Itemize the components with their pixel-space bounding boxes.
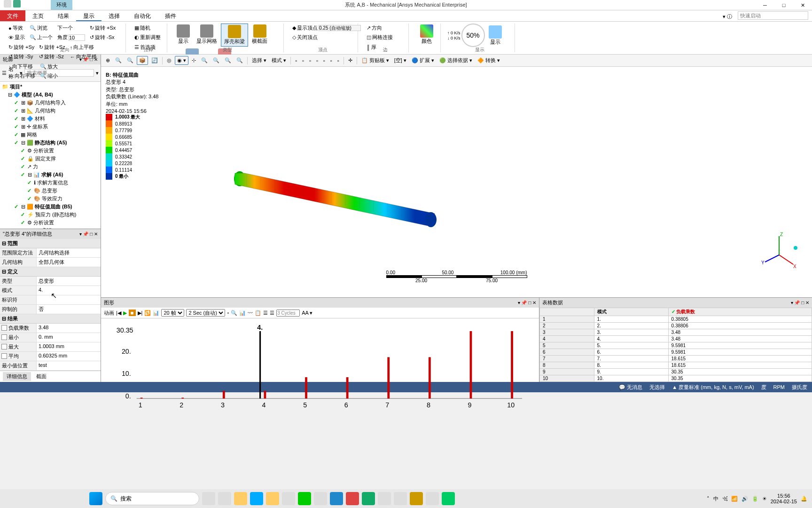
tree-geom[interactable]: ⊞📐 几何结构	[1, 107, 100, 115]
table-row[interactable]: 1010.30.35	[540, 375, 812, 382]
task-explorer-icon[interactable]	[234, 492, 247, 505]
task-app9[interactable]	[378, 492, 391, 505]
vp-edge-icon[interactable]: ▫	[300, 57, 306, 64]
direction-button[interactable]: ↗ 方向	[365, 24, 395, 32]
close-button[interactable]: ✕	[793, 0, 812, 10]
chart-bar[interactable]	[346, 377, 349, 398]
triad-icon[interactable]: Z X Y	[760, 231, 798, 269]
minimize-button[interactable]: ─	[756, 0, 774, 10]
tree-prestress[interactable]: ⚡ 预应力 (静态结构)	[1, 211, 100, 219]
pan-left-button[interactable]: ← 向左平移	[68, 52, 99, 61]
table-controls[interactable]: ▾ 📌 □ ✕	[791, 300, 809, 305]
vp-coord-icon[interactable]: ✛	[346, 56, 354, 64]
bar-chart[interactable]: 30.35 20. 10. 0. 4. 12345678910	[101, 318, 539, 419]
pan-down-button[interactable]: ↓ 向下平移	[7, 62, 37, 71]
tray-wifi-icon[interactable]: 📶	[731, 496, 738, 502]
tree-solution-a6[interactable]: ⊟📊 求解 (A6)	[1, 171, 100, 179]
col-mode[interactable]: 模式	[594, 308, 668, 316]
geometry-value[interactable]: 全部几何体	[37, 258, 101, 267]
tree-analysis-settings[interactable]: ⚙ 分析设置	[1, 147, 100, 155]
chart-bar[interactable]	[470, 331, 472, 398]
vp-rotate-icon[interactable]: 🔄	[149, 56, 160, 64]
chart-bar[interactable]	[223, 391, 225, 398]
chart-bar[interactable]	[141, 397, 143, 398]
display-button[interactable]: 显示	[486, 24, 505, 47]
task-ppt-icon[interactable]	[346, 492, 359, 505]
scoping-method-value[interactable]: 几何结构选择	[37, 248, 101, 257]
tray-lang[interactable]: ꧁	[722, 496, 727, 501]
zoom-indicator[interactable]: 50%	[461, 24, 485, 47]
tree-fixed-support[interactable]: 🔒 固定支撑	[1, 155, 100, 163]
tab-automation[interactable]: 自动化	[127, 10, 158, 21]
vp-select-by-btn[interactable]: 🟢 选择依据 ▾	[437, 56, 474, 65]
tree-coord[interactable]: ⊞✛ 坐标系	[1, 123, 100, 131]
table-row[interactable]: 99.30.35	[540, 369, 812, 375]
tree-eigen[interactable]: ⊟🟧 特征值屈曲 (B5)	[1, 203, 100, 211]
chart-bar[interactable]	[305, 377, 307, 398]
min-loc-value[interactable]: test	[37, 361, 101, 370]
save-icon[interactable]	[13, 0, 21, 8]
graph-tool-5[interactable]: 📋	[255, 310, 261, 316]
chart-bar[interactable]	[511, 331, 513, 398]
table-row[interactable]: 66.9.5981	[540, 349, 812, 356]
cycles-input[interactable]	[276, 310, 300, 317]
table-row[interactable]: 55.9.5981	[540, 342, 812, 349]
font-size-icon[interactable]: AA ▾	[302, 310, 312, 316]
vp-zoom-icon-2[interactable]: 🔍	[125, 56, 135, 64]
anim-last-icon[interactable]: ▶|	[138, 310, 143, 316]
rescale-button[interactable]: ◐ 重新调整	[133, 33, 163, 42]
table-row[interactable]: 88.18.615	[540, 362, 812, 369]
chart-bar[interactable]	[181, 397, 184, 398]
chart-bar[interactable]	[387, 357, 390, 398]
tree-geom-import[interactable]: ⊞📦 几何结构导入	[1, 99, 100, 107]
zoom-out-button[interactable]: 🔍 缩小	[38, 71, 60, 80]
frames-select[interactable]: 20 帧	[161, 309, 184, 317]
vp-zfit4[interactable]: 🔍	[234, 56, 245, 64]
type-value[interactable]: 总变形	[37, 277, 101, 286]
status-nomsg[interactable]: 💬 无消息	[619, 384, 642, 391]
vp-select-mode[interactable]: 选择 ▾	[250, 56, 268, 65]
identifier-value[interactable]	[37, 295, 101, 304]
chart-bar[interactable]	[429, 357, 431, 398]
tab-display[interactable]: 显示	[76, 10, 102, 21]
taskbar-search[interactable]: 🔍 搜索	[105, 492, 199, 505]
graph-tool-4[interactable]: 〰	[248, 310, 253, 316]
thick-button[interactable]: ║ 厚	[365, 43, 378, 52]
anim-first-icon[interactable]: |◀	[116, 310, 121, 316]
table-row[interactable]: 44.3.48	[540, 336, 812, 342]
tray-up-icon[interactable]: ˄	[707, 496, 710, 502]
context-tab[interactable]: 环境	[51, 0, 72, 10]
tree-analysis-settings-b[interactable]: ⚙ 分析设置	[1, 219, 100, 227]
canvas-3d[interactable]: B: 特征值屈曲 总变形 4 类型: 总变形 负载乘数 (Linear): 3.…	[101, 67, 812, 297]
vp-elemface-icon[interactable]: ▫	[336, 57, 341, 64]
task-app10[interactable]	[394, 492, 407, 505]
vp-fit-icon[interactable]: ⊕	[104, 56, 112, 64]
suppressed-value[interactable]: 否	[37, 305, 101, 314]
start-button[interactable]	[89, 492, 102, 505]
anim-dist-icon[interactable]: 📊	[153, 310, 159, 316]
maximize-button[interactable]: □	[774, 0, 793, 10]
show-button[interactable]: 👁 显示	[7, 33, 27, 42]
status-deg[interactable]: 度	[761, 384, 766, 391]
definition-section[interactable]: ⊟ 定义	[0, 267, 101, 277]
help-icon[interactable]: ▾ ⓘ	[723, 13, 732, 20]
scope-section[interactable]: ⊟ 范围	[0, 239, 101, 248]
tray-ime[interactable]: 中	[713, 495, 718, 502]
show-body-button[interactable]: 显示	[174, 24, 193, 46]
task-iqiyi-icon[interactable]	[442, 492, 455, 505]
col-check-icon[interactable]: ✓	[671, 309, 675, 314]
tree-force[interactable]: ↗ 力	[1, 163, 100, 171]
min-value[interactable]: 0. mm	[37, 333, 101, 342]
load-mult-value[interactable]: 3.48	[37, 324, 101, 333]
vp-mode-btn[interactable]: 模式 ▾	[270, 56, 288, 65]
vp-empty-btn[interactable]: [空] ▾	[392, 56, 408, 65]
task-app5[interactable]	[314, 492, 327, 505]
vp-zoom-sel-icon[interactable]: ◉ ▾	[175, 56, 188, 65]
vp-clipboard-btn[interactable]: 📋 剪贴板 ▾	[359, 56, 391, 65]
task-excel-icon[interactable]	[362, 492, 375, 505]
task-ansys-icon[interactable]	[410, 492, 423, 505]
task-widgets-icon[interactable]	[218, 492, 231, 505]
task-folder-icon[interactable]	[266, 492, 279, 505]
anim-play-icon[interactable]: ▶	[123, 310, 127, 316]
color-button[interactable]: 颜色	[415, 24, 437, 46]
